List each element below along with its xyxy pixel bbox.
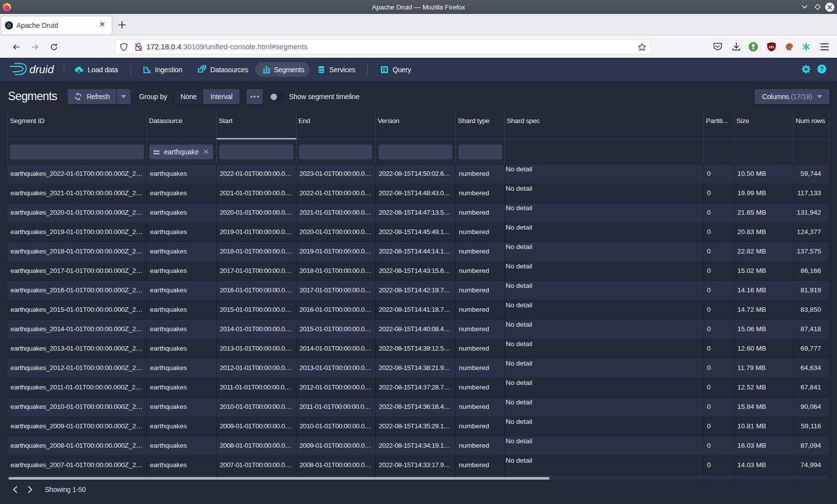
svg-text:?: ? <box>820 65 824 73</box>
svg-text:UO: UO <box>769 45 774 49</box>
